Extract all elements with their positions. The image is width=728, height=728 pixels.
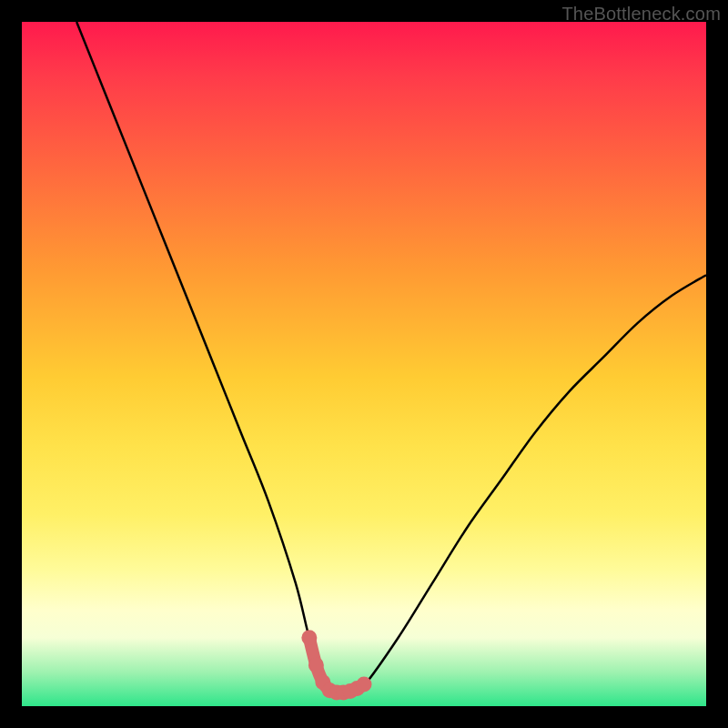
bottleneck-curve-path [76, 22, 706, 693]
accent-dot [357, 676, 372, 692]
accent-dots-group [301, 630, 371, 700]
chart-svg [22, 22, 706, 706]
chart-plot-area [22, 22, 706, 706]
accent-dot [301, 630, 317, 645]
accent-dot [308, 657, 324, 672]
watermark-text: TheBottleneck.com [561, 4, 721, 25]
